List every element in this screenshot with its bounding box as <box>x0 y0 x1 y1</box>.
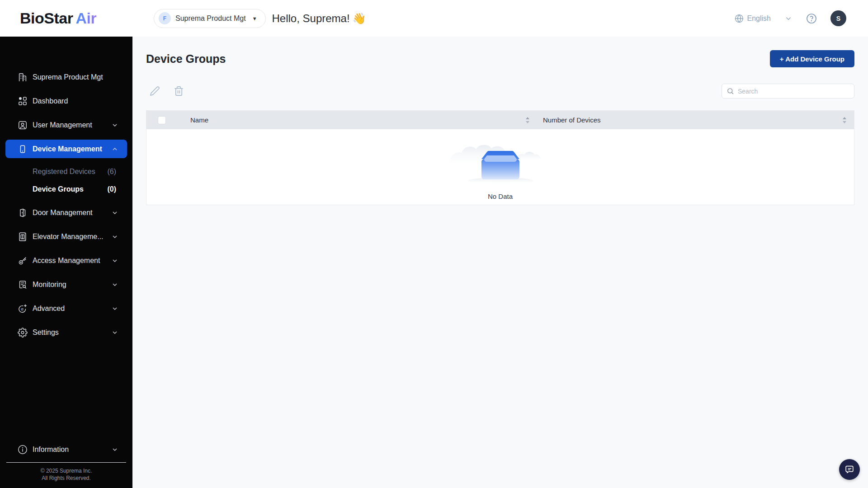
sidebar-item-label: Access Management <box>33 257 111 265</box>
elevator-icon <box>17 231 28 242</box>
sidebar-item-label: Advanced <box>33 305 111 313</box>
sidebar-item-label: Device Management <box>33 145 111 153</box>
chat-bubble-icon <box>844 465 854 474</box>
chevron-down-icon <box>111 446 118 453</box>
sidebar-item-elevator-management[interactable]: Elevator Manageme... <box>0 225 132 249</box>
chevron-down-icon[interactable] <box>784 14 793 23</box>
greeting-text: Hello, Suprema!👋 <box>272 12 366 25</box>
gear-icon <box>17 327 28 338</box>
empty-state-text: No Data <box>488 192 513 200</box>
column-header-number-of-devices[interactable]: Number of Devices <box>533 116 854 124</box>
caret-down-icon: ▼ <box>252 16 257 21</box>
sidebar-item-suprema-product-mgt[interactable]: Suprema Product Mgt <box>0 65 132 89</box>
organization-selector[interactable]: F Suprema Product Mgt ▼ <box>154 9 266 28</box>
sidebar-item-dashboard[interactable]: Dashboard <box>0 89 132 113</box>
subitem-count: (0) <box>107 185 116 193</box>
organization-badge: F <box>159 12 171 24</box>
edit-icon[interactable] <box>150 86 160 96</box>
sidebar-item-door-management[interactable]: Door Management <box>0 201 132 225</box>
trash-icon[interactable] <box>174 86 184 96</box>
sidebar-bottom: Information © 2025 Suprema Inc. All Righ… <box>0 437 132 488</box>
language-selector[interactable]: English <box>735 14 771 23</box>
chevron-down-icon <box>111 305 118 312</box>
app-logo: BioStarAir <box>20 9 154 27</box>
monitoring-icon <box>17 279 28 290</box>
table-empty-state: No Data <box>146 129 854 205</box>
main-content: Device Groups + Add Device Group <box>132 37 868 488</box>
chat-support-button[interactable] <box>839 459 860 480</box>
sidebar-item-label: Monitoring <box>33 281 111 289</box>
sidebar-item-advanced[interactable]: α Advanced <box>0 296 132 320</box>
avatar[interactable]: S <box>830 10 846 26</box>
user-icon <box>17 120 28 131</box>
chevron-down-icon <box>111 122 118 129</box>
globe-icon <box>735 14 744 23</box>
search-box <box>722 84 854 99</box>
info-icon <box>17 444 28 455</box>
sidebar-divider <box>6 462 126 463</box>
chevron-down-icon <box>111 233 118 240</box>
select-all-checkbox[interactable] <box>158 116 166 124</box>
sidebar-item-label: Settings <box>33 328 111 337</box>
svg-text:α: α <box>21 306 24 311</box>
sidebar-item-information[interactable]: Information <box>0 437 132 461</box>
sidebar-item-settings[interactable]: Settings <box>0 320 132 344</box>
key-icon <box>17 255 28 266</box>
column-header-name[interactable]: Name <box>172 116 533 124</box>
top-bar-actions: English S <box>735 10 846 26</box>
sidebar-nav: Suprema Product Mgt Dashboard User Manag… <box>0 37 132 344</box>
sidebar-item-user-management[interactable]: User Management <box>0 113 132 137</box>
language-label: English <box>747 14 771 23</box>
dashboard-icon <box>17 96 28 107</box>
sidebar: Suprema Product Mgt Dashboard User Manag… <box>0 37 132 488</box>
sidebar-item-label: Elevator Manageme... <box>33 233 111 241</box>
sort-icon <box>525 117 530 123</box>
sidebar-item-label: Suprema Product Mgt <box>33 73 118 81</box>
subitem-label: Device Groups <box>33 185 84 193</box>
chevron-down-icon <box>111 257 118 264</box>
advanced-icon: α <box>17 303 28 314</box>
sidebar-item-label: Information <box>33 446 111 454</box>
sort-icon <box>842 117 847 123</box>
app: BioStarAir F Suprema Product Mgt ▼ Hello… <box>0 0 868 488</box>
logo-text-primary: BioStar <box>20 9 73 27</box>
copyright-line1: © 2025 Suprema Inc. <box>0 467 132 474</box>
door-icon <box>17 207 28 218</box>
subitem-label: Registered Devices <box>33 168 95 176</box>
copyright-line2: All Rights Reserved. <box>0 474 132 482</box>
subitem-count: (6) <box>107 168 116 176</box>
logo-text-secondary: Air <box>75 9 96 27</box>
organization-name: Suprema Product Mgt <box>175 14 246 23</box>
column-label: Number of Devices <box>543 116 601 124</box>
wave-emoji: 👋 <box>353 12 366 24</box>
page-title: Device Groups <box>146 52 226 66</box>
copyright: © 2025 Suprema Inc. All Rights Reserved. <box>0 467 132 488</box>
search-icon <box>726 87 734 95</box>
sidebar-item-device-management[interactable]: Device Management <box>5 140 127 158</box>
chevron-down-icon <box>111 209 118 216</box>
device-groups-table: Name Number of Devices <box>146 110 854 205</box>
device-icon <box>17 144 28 155</box>
chevron-up-icon <box>111 145 118 153</box>
sidebar-subitem-registered-devices[interactable]: Registered Devices (6) <box>0 163 132 180</box>
add-device-group-button[interactable]: + Add Device Group <box>770 50 854 67</box>
chevron-down-icon <box>111 329 118 336</box>
device-management-submenu: Registered Devices (6) Device Groups (0) <box>0 161 132 201</box>
sidebar-item-access-management[interactable]: Access Management <box>0 249 132 272</box>
sidebar-item-label: User Management <box>33 121 111 129</box>
help-icon[interactable] <box>806 13 817 24</box>
sidebar-item-label: Dashboard <box>33 97 118 105</box>
building-icon <box>17 72 28 83</box>
greeting-label: Hello, Suprema! <box>272 12 350 24</box>
table-toolbar <box>146 84 854 99</box>
sidebar-item-monitoring[interactable]: Monitoring <box>0 272 132 296</box>
column-label: Name <box>190 116 208 124</box>
sidebar-subitem-device-groups[interactable]: Device Groups (0) <box>0 180 132 198</box>
search-input[interactable] <box>738 88 849 95</box>
chevron-down-icon <box>111 281 118 288</box>
no-data-illustration <box>433 133 568 192</box>
table-header-row: Name Number of Devices <box>146 111 854 129</box>
top-bar: BioStarAir F Suprema Product Mgt ▼ Hello… <box>0 0 868 37</box>
sidebar-item-label: Door Management <box>33 209 111 217</box>
